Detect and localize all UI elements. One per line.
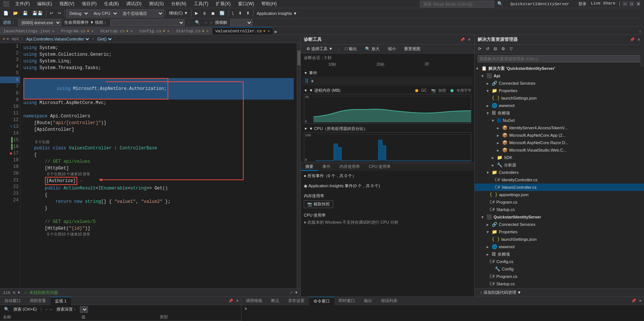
- qs-wwwroot[interactable]: ▶ 🌐 wwwroot: [475, 243, 644, 250]
- api-deps[interactable]: ▼ ⛓ 依赖项: [475, 109, 644, 117]
- sol-root[interactable]: ▼ 📋 解决方案 'QuickstartIdentityServer': [475, 65, 644, 72]
- live-share-btn[interactable]: Live Share: [591, 1, 615, 7]
- diag-close-btn[interactable]: ✕: [467, 38, 471, 42]
- menu-file[interactable]: 文件(F): [14, 0, 31, 8]
- pkg-visualstudio-web[interactable]: ▶ 📦 Microsoft.VisualStudio.Web.C...: [475, 146, 644, 154]
- menu-tools[interactable]: 工具(T): [192, 0, 210, 8]
- project-api[interactable]: ▼ ⬛ Api: [475, 72, 644, 80]
- events-header[interactable]: ▼ 事件: [302, 69, 473, 77]
- close-tab-values[interactable]: ✕: [268, 29, 270, 33]
- diag-tab-summary[interactable]: 摘要: [301, 163, 318, 171]
- sol-properties-btn[interactable]: ⚙: [500, 45, 507, 53]
- file-startup-api[interactable]: C# Startup.cs: [475, 206, 644, 213]
- diag-zoom-in-btn[interactable]: 🔍 放大: [362, 45, 382, 53]
- file-program-api[interactable]: C# Program.cs: [475, 198, 644, 206]
- qs-connected-services[interactable]: ▶ 🔗 Connected Services: [475, 221, 644, 228]
- tab-exception-settings[interactable]: 异常设置: [284, 297, 309, 305]
- snapshot-btn[interactable]: 📷 截取快照: [304, 200, 333, 208]
- file-appsettings[interactable]: { } appsettings.json: [475, 191, 644, 198]
- menu-analyze[interactable]: 分析(N): [170, 0, 188, 8]
- pkg-aspnetcore-razor[interactable]: ▶ 📦 Microsoft.AspNetCore.Razor.D...: [475, 139, 644, 146]
- tab-config[interactable]: Config.cs ● ✕: [136, 27, 173, 35]
- pause-btn[interactable]: ⏸: [201, 9, 208, 17]
- close-tab-startup2[interactable]: ✕: [206, 29, 209, 33]
- tab-cmd-window[interactable]: 命令窗口: [309, 297, 334, 305]
- tab-output[interactable]: 输出: [360, 297, 377, 305]
- api-analyzers[interactable]: ▶ 🔧 分析器: [475, 161, 644, 169]
- api-controllers[interactable]: ▼ 📁 Controllers: [475, 169, 644, 176]
- tab-values-controller[interactable]: ValuesController.cs ● ✕: [212, 27, 273, 35]
- depth-dropdown[interactable]: [230, 19, 253, 26]
- sol-sync-btn[interactable]: ⟳: [476, 45, 483, 53]
- camera-icon[interactable]: 📷: [431, 88, 436, 93]
- sol-refresh-btn[interactable]: ↺: [484, 45, 491, 53]
- menu-project[interactable]: 项目(P): [80, 0, 98, 8]
- file-config-cs[interactable]: C# Config.cs: [475, 258, 644, 265]
- diag-pin-btn[interactable]: 📌: [459, 38, 465, 42]
- diag-tool-select[interactable]: ⚙ 选择工具 ▼: [304, 45, 335, 53]
- tab-startup1[interactable]: Startup.cs ● ✕: [97, 27, 136, 35]
- memory-title[interactable]: ▼ ▼ 进程内存 (MB) GC 📷 快照 专用字节: [302, 87, 473, 94]
- tab-launch-settings[interactable]: launchSettings.json ✕: [0, 27, 58, 35]
- tab-error-list[interactable]: 错误列表: [377, 297, 402, 305]
- class-config[interactable]: 🔧 Config: [475, 265, 644, 273]
- api-nuget[interactable]: ▼ NuGet: [475, 117, 644, 124]
- cmd-close-btn[interactable]: ✕: [638, 299, 643, 303]
- scroll-tabs-right[interactable]: ▶: [275, 29, 277, 35]
- watch-search-btn[interactable]: 🔍: [1, 306, 12, 313]
- debug-mode-dropdown[interactable]: Debug: [66, 9, 90, 17]
- api-launch-settings[interactable]: { } launchSettings.json: [475, 94, 644, 102]
- tab-breakpoints[interactable]: 断点: [267, 297, 284, 305]
- login-text[interactable]: 登录: [578, 1, 586, 7]
- close-tab-startup1[interactable]: ✕: [130, 29, 133, 33]
- cmd-pin-btn[interactable]: 📌: [631, 299, 637, 303]
- menu-help[interactable]: 帮助(H): [260, 0, 278, 8]
- menu-debug[interactable]: 调试(D): [125, 0, 143, 8]
- minimize-button[interactable]: ─: [622, 1, 628, 6]
- diag-reset-btn[interactable]: 重置视图: [401, 45, 423, 53]
- debug-btn[interactable]: ▶: [193, 9, 200, 17]
- pkg-aspnetcore-app[interactable]: ▶ 📦 Microsoft.AspNetCore.App (2...: [475, 132, 644, 139]
- step-over-btn[interactable]: ⤵: [230, 9, 236, 17]
- tab-auto-window[interactable]: 自动窗口: [0, 297, 25, 305]
- search-depth-select[interactable]: [80, 306, 88, 313]
- nav-method-dropdown[interactable]: Get(): [96, 36, 113, 42]
- close-tab-config[interactable]: ✕: [167, 29, 169, 33]
- sol-search-input[interactable]: [478, 55, 644, 62]
- diag-tab-events[interactable]: 事件: [318, 163, 335, 171]
- step-into-btn[interactable]: ⬇: [237, 9, 244, 17]
- restart-btn[interactable]: 🔄: [218, 9, 227, 17]
- startup-project-dropdown[interactable]: 选个启动项目: [119, 9, 164, 17]
- save-all-btn[interactable]: 💾💾: [30, 9, 45, 17]
- sol-filter-btn[interactable]: ▽: [508, 45, 514, 53]
- file-identity-controller[interactable]: C# IdentityController.cs: [475, 176, 644, 184]
- qs-properties[interactable]: ▼ 📁 Properties: [475, 228, 644, 236]
- watch-close-btn[interactable]: ✕: [235, 299, 240, 303]
- maximize-button[interactable]: □: [629, 1, 634, 6]
- editor-scrollbar[interactable]: [297, 43, 300, 288]
- continue-btn[interactable]: 继续(C) ▼: [167, 9, 190, 17]
- pkg-identityserver4[interactable]: ▶ 📦 IdentityServer4.AccessTokenV...: [475, 124, 644, 132]
- qs-launch-settings[interactable]: { } launchSettings.json: [475, 236, 644, 243]
- diag-zoom-out-btn[interactable]: 缩小: [385, 45, 399, 53]
- api-sdk[interactable]: ▶ 📁 SDK: [475, 154, 644, 161]
- api-connected-services[interactable]: ▶ 🔗 Connected Services: [475, 80, 644, 87]
- sol-pin-btn[interactable]: 📌: [629, 38, 635, 42]
- redo-btn[interactable]: ↪: [56, 9, 63, 17]
- diag-output-btn[interactable]: □ 输出: [342, 45, 360, 53]
- api-properties[interactable]: ▼ 📁 Properties: [475, 87, 644, 94]
- search-stack-btn[interactable]: 🔍: [193, 19, 202, 27]
- file-values-controller[interactable]: C# ValuesController.cs: [475, 184, 644, 191]
- api-wwwroot[interactable]: ▶ 🌐 wwwroot: [475, 102, 644, 109]
- tab-watch-1[interactable]: 监视 1: [51, 297, 71, 305]
- search-input[interactable]: [420, 1, 494, 7]
- diag-tab-cpu[interactable]: CPU 使用率: [364, 163, 395, 171]
- nav-root[interactable]: ⊳ Api: [7, 36, 19, 41]
- process-dropdown[interactable]: [8080] dotnet.exe: [18, 19, 61, 26]
- code-text[interactable]: using System; using System.Collections.G…: [20, 43, 297, 288]
- menu-build[interactable]: 生成(B): [103, 0, 120, 8]
- open-btn[interactable]: 📂: [11, 9, 20, 17]
- menu-window[interactable]: 窗口(W): [237, 0, 256, 8]
- step-out-btn[interactable]: ⬆: [244, 9, 251, 17]
- undo-btn[interactable]: ↩: [48, 9, 55, 17]
